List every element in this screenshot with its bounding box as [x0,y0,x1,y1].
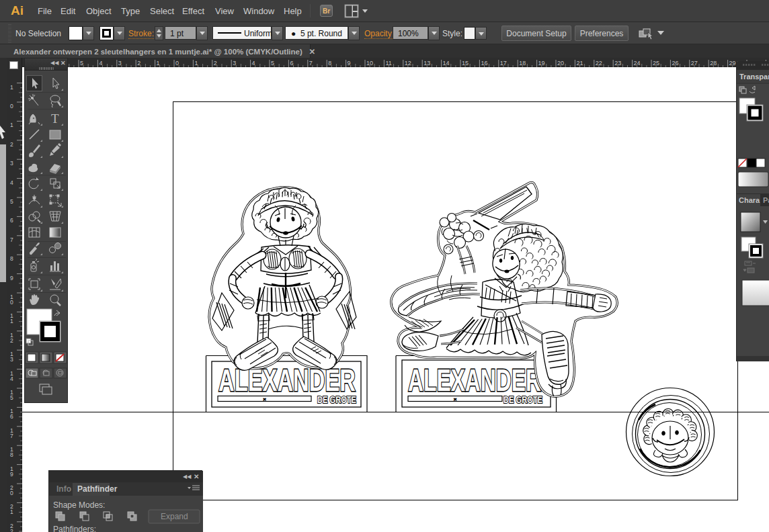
svg-text:Pa: Pa [763,196,769,204]
svg-text:0: 0 [10,103,13,109]
svg-text:9: 9 [10,471,13,478]
svg-text:1: 1 [10,508,13,515]
svg-text:DE GROTE: DE GROTE [317,394,356,405]
svg-text:Expand: Expand [161,512,188,521]
svg-text:0: 0 [10,490,13,496]
svg-text:T: T [51,112,59,126]
svg-text:6: 6 [10,217,13,224]
svg-text:5: 5 [80,60,83,66]
svg-text:1: 1 [157,60,160,66]
svg-text:2: 2 [214,60,217,66]
svg-text:DE GROTE: DE GROTE [503,394,542,405]
svg-text:1: 1 [10,318,13,324]
svg-text:3: 3 [10,160,13,167]
svg-text:✕: ✕ [194,473,199,480]
svg-text:✕: ✕ [60,60,66,66]
svg-text:9: 9 [10,275,13,281]
svg-text:3: 3 [10,356,13,363]
svg-text:×: × [263,396,266,402]
svg-text:7: 7 [10,236,13,243]
svg-text:◀◀: ◀◀ [183,474,192,480]
svg-text:2: 2 [137,60,140,66]
svg-text:0: 0 [10,299,13,306]
svg-text:Transpare: Transpare [739,73,769,81]
svg-text:◀◀: ◀◀ [50,60,59,66]
svg-text:×: × [454,396,457,402]
svg-text:6: 6 [10,413,13,420]
svg-text:2: 2 [10,141,13,148]
svg-text:7: 7 [10,433,13,439]
svg-text:6: 6 [290,60,293,66]
svg-text:1: 1 [10,84,13,91]
svg-text:8: 8 [10,451,13,458]
svg-text:8: 8 [328,60,331,66]
svg-text:5: 5 [271,60,274,66]
svg-text:1: 1 [10,122,13,128]
svg-text:2: 2 [10,337,13,344]
svg-text:0: 0 [175,60,179,66]
svg-text:ALEXANDER: ALEXANDER [408,362,541,398]
svg-text:4: 4 [99,60,102,66]
svg-text:5: 5 [10,198,13,205]
svg-text:4: 4 [252,60,255,66]
svg-text:Pathfinder: Pathfinder [77,484,118,494]
svg-text:4: 4 [10,375,13,382]
svg-text:1: 1 [194,60,198,66]
svg-text:7: 7 [309,60,313,66]
svg-text:4: 4 [10,179,13,186]
svg-text:9: 9 [348,60,351,66]
svg-text:3: 3 [233,60,236,66]
svg-text:3: 3 [118,60,122,66]
svg-text:Info: Info [56,484,71,494]
svg-text:5: 5 [10,394,13,401]
svg-text:Chara: Chara [739,196,760,204]
svg-text:Pathfinders:: Pathfinders: [53,525,96,532]
svg-text:8: 8 [10,255,13,262]
svg-text:Shape Modes:: Shape Modes: [53,500,105,510]
svg-text:2: 2 [10,528,13,532]
